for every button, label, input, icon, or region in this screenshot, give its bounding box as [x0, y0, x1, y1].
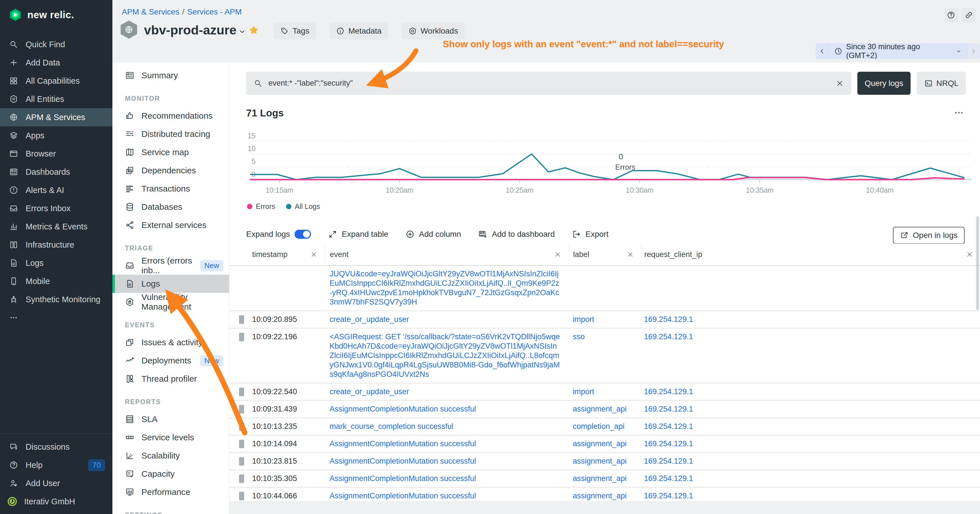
- table-row[interactable]: 10:10:13.235mark_course_completion succe…: [229, 419, 980, 436]
- row-marker-icon[interactable]: [239, 405, 244, 414]
- global-nav-item-all-capabilities[interactable]: All Capabilities: [0, 72, 112, 90]
- new-relic-logo[interactable]: new relic.: [0, 0, 112, 22]
- label-link[interactable]: assignment_api: [573, 474, 627, 483]
- page-title[interactable]: vbv-prod-azure: [144, 23, 237, 38]
- log-query-input[interactable]: [268, 78, 830, 88]
- sidebar-item-recommendations[interactable]: Recommendations: [112, 107, 229, 125]
- breadcrumb-services-apm[interactable]: Services - APM: [187, 7, 242, 16]
- open-in-logs-button[interactable]: Open in logs: [893, 227, 965, 244]
- table-row[interactable]: 10:10:23.815AssignmentCompletionMutation…: [229, 453, 980, 471]
- row-marker-icon[interactable]: [239, 492, 244, 500]
- legend-item-all-logs[interactable]: All Logs: [286, 202, 320, 211]
- event-link[interactable]: create_or_update_user: [329, 315, 409, 324]
- logs-timeseries-chart[interactable]: 05101510:15am10:20am10:25am10:30am10:35a…: [229, 130, 980, 201]
- favorite-star-icon[interactable]: [248, 24, 259, 36]
- scrollbar-thumb[interactable]: [976, 216, 979, 310]
- sidebar-item-service-levels[interactable]: Service levels: [112, 428, 229, 447]
- export-button[interactable]: Export: [572, 230, 609, 239]
- event-link[interactable]: AssignmentCompletionMutation successful: [329, 439, 476, 448]
- event-link[interactable]: JUQVU&code=eyJraWQiOiJjcGltY29yZV8wOTl1M…: [329, 269, 559, 306]
- table-row[interactable]: 10:09:31.439AssignmentCompletionMutation…: [229, 401, 980, 419]
- expand-logs-toggle[interactable]: Expand logs: [246, 230, 311, 239]
- metadata-button[interactable]: Metadata: [329, 23, 388, 39]
- time-range-selector[interactable]: Since 30 minutes ago (GMT+2): [829, 43, 967, 59]
- event-link[interactable]: mark_course_completion successful: [329, 422, 453, 431]
- global-nav-item-synthetic-monitoring[interactable]: Synthetic Monitoring: [0, 290, 112, 309]
- breadcrumb-apm-services[interactable]: APM & Services: [122, 7, 179, 16]
- ip-link[interactable]: 169.254.129.1: [644, 405, 693, 413]
- label-link[interactable]: completion_api: [573, 422, 625, 431]
- remove-column-icon[interactable]: [966, 251, 973, 258]
- table-row[interactable]: 10:10:14.094AssignmentCompletionMutation…: [229, 436, 980, 453]
- remove-column-icon[interactable]: [554, 251, 562, 258]
- ip-link[interactable]: 169.254.129.1: [644, 439, 693, 448]
- time-back-button[interactable]: [816, 43, 829, 59]
- ip-link[interactable]: 169.254.129.1: [644, 333, 693, 341]
- table-row[interactable]: JUQVU&code=eyJraWQiOiJjcGltY29yZV8wOTl1M…: [229, 266, 980, 311]
- event-link[interactable]: create_or_update_user: [329, 387, 409, 396]
- table-row[interactable]: 10:09:22.196<ASGIRequest: GET '/sso/call…: [229, 329, 980, 384]
- row-marker-icon[interactable]: [239, 333, 244, 341]
- sidebar-item-scalability[interactable]: Scalability: [112, 447, 229, 465]
- global-nav-item-browser[interactable]: Browser: [0, 145, 112, 163]
- label-link[interactable]: assignment_api: [573, 439, 627, 448]
- row-marker-icon[interactable]: [239, 315, 244, 324]
- sidebar-item-dependencies[interactable]: Dependencies: [112, 161, 229, 180]
- log-query-bar[interactable]: [246, 72, 851, 95]
- sidebar-item-thread-profiler[interactable]: Thread profiler: [112, 370, 229, 388]
- sidebar-item-transactions[interactable]: Transactions: [112, 180, 229, 198]
- sidebar-item-capacity[interactable]: Capacity: [112, 465, 229, 483]
- event-link[interactable]: AssignmentCompletionMutation successful: [329, 492, 476, 500]
- column-header-timestamp[interactable]: timestamp: [249, 243, 325, 265]
- table-row[interactable]: 10:10:35.305AssignmentCompletionMutation…: [229, 471, 980, 488]
- ip-link[interactable]: 169.254.129.1: [644, 474, 693, 483]
- sidebar-item-errors-errors-inb[interactable]: Errors (errors inb...New: [112, 256, 229, 275]
- time-forward-button[interactable]: [967, 43, 980, 59]
- nrql-button[interactable]: NRQL: [917, 72, 966, 95]
- remove-column-icon[interactable]: [627, 251, 634, 258]
- global-nav-item-iterativ-gmbh[interactable]: Iterativ GmbH: [0, 492, 112, 511]
- add-column-button[interactable]: Add column: [406, 230, 461, 239]
- sidebar-item-external-services[interactable]: External services: [112, 216, 229, 234]
- global-nav-item-help[interactable]: Help70: [0, 456, 112, 474]
- global-nav-item-apm-services[interactable]: APM & Services: [0, 108, 112, 126]
- label-link[interactable]: import: [573, 387, 594, 396]
- ip-link[interactable]: 169.254.129.1: [644, 492, 693, 500]
- sidebar-item-databases[interactable]: Databases: [112, 198, 229, 216]
- sidebar-item-distributed-tracing[interactable]: Distributed tracing: [112, 125, 229, 143]
- row-marker-icon[interactable]: [239, 422, 244, 431]
- sidebar-item-deployments[interactable]: DeploymentsNew: [112, 352, 229, 370]
- sidebar-item-logs[interactable]: Logs: [112, 275, 229, 293]
- row-marker-icon[interactable]: [239, 457, 244, 466]
- legend-item-errors[interactable]: Errors: [247, 202, 275, 211]
- toggle-on-icon[interactable]: [294, 230, 311, 239]
- label-link[interactable]: assignment_api: [573, 492, 627, 500]
- title-chevron-down-icon[interactable]: [238, 27, 247, 36]
- global-nav-item-quick-find[interactable]: Quick Find: [0, 35, 112, 54]
- time-picker[interactable]: Since 30 minutes ago (GMT+2): [816, 43, 980, 59]
- global-nav-item-mobile[interactable]: Mobile: [0, 272, 112, 290]
- label-link[interactable]: assignment_api: [573, 405, 627, 413]
- column-header-request-client-ip[interactable]: request_client_ip: [641, 243, 980, 265]
- global-nav-item-apps[interactable]: Apps: [0, 126, 112, 145]
- global-nav-item-metrics-events[interactable]: Metrics & Events: [0, 218, 112, 236]
- copy-link-button[interactable]: [961, 8, 976, 22]
- label-link[interactable]: sso: [573, 333, 585, 341]
- label-link[interactable]: import: [573, 315, 594, 324]
- sidebar-item-issues-activity[interactable]: Issues & activity: [112, 333, 229, 352]
- table-row[interactable]: 10:09:22.540create_or_update_userimport1…: [229, 384, 980, 401]
- event-link[interactable]: AssignmentCompletionMutation successful: [329, 457, 476, 465]
- add-to-dashboard-button[interactable]: Add to dashboard: [478, 230, 555, 239]
- column-header-event[interactable]: event: [325, 243, 569, 265]
- column-header-label[interactable]: label: [569, 243, 641, 265]
- more-options-icon[interactable]: [953, 107, 964, 118]
- clear-query-icon[interactable]: [835, 79, 844, 88]
- global-nav-item-logs[interactable]: Logs: [0, 254, 112, 272]
- sidebar-item-performance[interactable]: Performance: [112, 483, 229, 501]
- workloads-button[interactable]: Workloads: [402, 23, 465, 39]
- event-link[interactable]: AssignmentCompletionMutation successful: [329, 405, 476, 413]
- tags-button[interactable]: Tags: [274, 23, 316, 39]
- global-nav-item-errors-inbox[interactable]: Errors Inbox: [0, 199, 112, 218]
- global-nav-item-dashboards[interactable]: Dashboards: [0, 163, 112, 181]
- ip-link[interactable]: 169.254.129.1: [644, 387, 693, 396]
